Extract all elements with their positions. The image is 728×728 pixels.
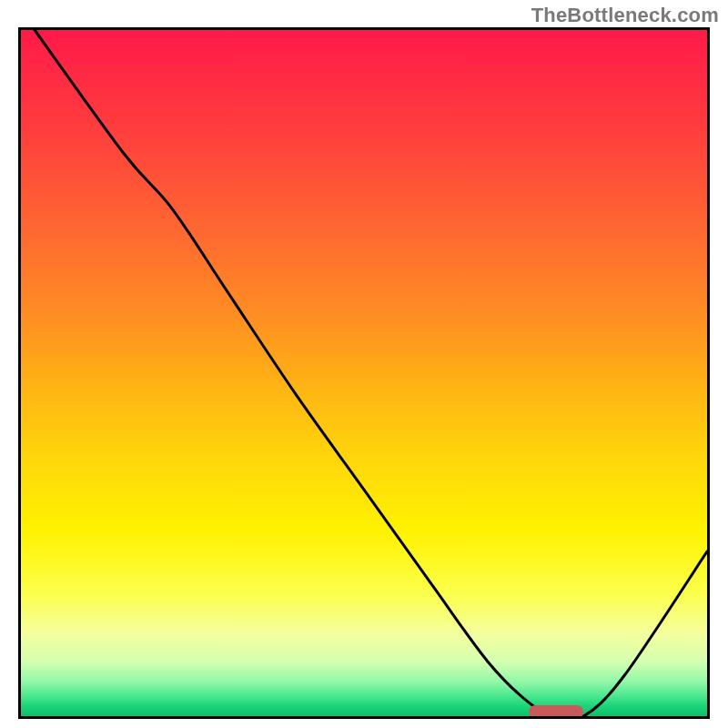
optimal-range-marker [529, 705, 583, 718]
chart-canvas: TheBottleneck.com [0, 0, 728, 728]
curve-path [35, 30, 707, 719]
curve-line [21, 30, 707, 716]
plot-area [18, 27, 710, 719]
watermark-text: TheBottleneck.com [531, 4, 719, 27]
